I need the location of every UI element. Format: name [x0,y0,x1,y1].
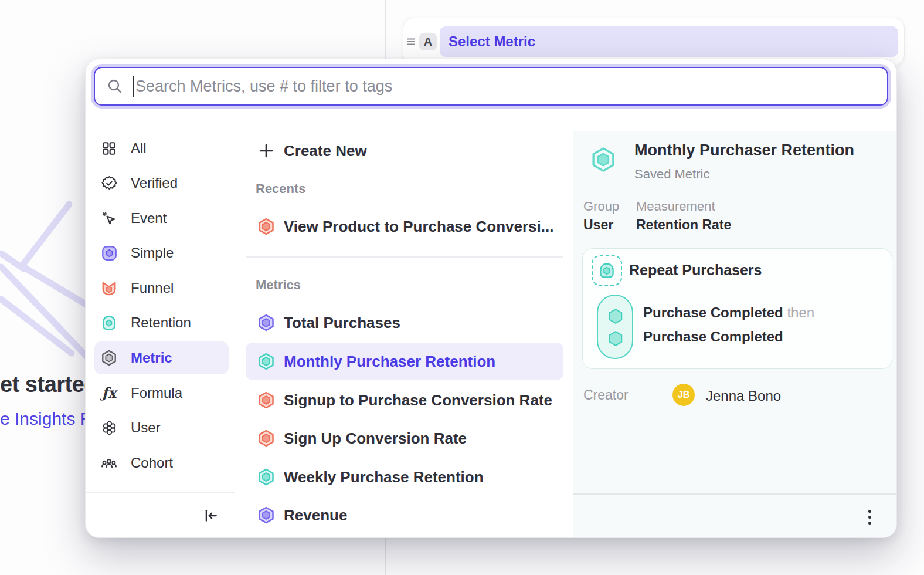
search-icon [107,78,123,94]
metric-row-monthly-purchaser-retention[interactable]: Monthly Purchaser Retention [246,343,563,380]
search-input[interactable]: Search Metrics, use # to filter to tags [94,67,888,106]
sidebar-footer-divider [86,492,235,493]
sidebar-item-retention[interactable]: Retention [94,306,229,339]
sidebar-item-metric[interactable]: Metric [94,341,229,374]
sidebar-item-funnel[interactable]: Funnel [94,272,229,305]
cursor-click-icon [100,209,118,227]
sidebar-item-cohort[interactable]: Cohort [94,447,229,479]
select-metric-label: Select Metric [449,33,535,50]
metrics-heading: Metrics [256,278,301,293]
hexagon-orange-icon [257,218,275,235]
metric-row-weekly-purchase-retention[interactable]: Weekly Purchase Retention [246,458,563,496]
sidebar-item-event[interactable]: Event [94,202,229,235]
sidebar-item-all[interactable]: All [94,132,229,165]
hexagon-orange-icon [257,391,275,409]
hexagon-orange-icon [257,429,275,447]
metric-detail-panel: Monthly Purchaser Retention Saved Metric… [573,131,896,537]
create-new-button[interactable]: Create New [246,132,563,170]
detail-title: Monthly Purchaser Retention [634,141,854,160]
hexagon-purple-icon [257,314,275,332]
creator-label: Creator [583,387,629,403]
step-hexagon-icon [607,330,624,350]
metric-letter-badge[interactable]: A [419,33,437,50]
definition-step-1: Purchase Completed then [643,305,814,321]
recent-item[interactable]: View Product to Purchase Conversi... [246,208,563,245]
detail-subtitle: Saved Metric [634,167,709,182]
collapse-sidebar-button[interactable] [202,506,220,525]
step-hexagon-icon [607,307,624,327]
simple-metric-icon [100,244,118,262]
definition-step-2: Purchase Completed [643,329,783,345]
measurement-label: Measurement [636,199,715,214]
cohort-icon [100,454,118,472]
metric-picker-modal: Search Metrics, use # to filter to tags … [85,59,897,538]
metric-row-total-purchases[interactable]: Total Purchases [246,304,563,341]
measurement-value: Retention Rate [636,217,731,233]
funnel-steps-capsule [597,295,633,359]
metric-row-signup-to-purchase-conversion-rate[interactable]: Signup to Purchase Conversion Rate [246,381,563,419]
hexagon-purple-icon [257,506,275,524]
creator-avatar: JB [672,384,695,406]
more-options-button[interactable] [860,508,879,526]
metric-definition-card: Repeat Purchasers Purchase Completed the… [582,248,892,369]
collapse-left-icon [203,508,219,523]
hexagon-teal-icon [257,468,275,486]
select-metric-button[interactable]: Select Metric [440,26,898,57]
metric-list-column: Create New Recents View Product to Purch… [235,131,573,537]
hexagon-teal-icon [590,147,616,175]
grid-icon [100,140,118,157]
group-value: User [583,217,613,233]
list-divider [246,256,563,258]
group-label: Group [583,199,619,214]
detail-footer-divider [573,493,896,495]
saved-metric-icon [100,349,118,367]
creator-name: Jenna Bono [706,388,781,404]
sidebar-item-simple[interactable]: Simple [94,236,229,269]
search-placeholder: Search Metrics, use # to filter to tags [135,77,392,96]
recents-heading: Recents [256,181,306,197]
kebab-icon [868,510,871,513]
metric-row-sign-up-conversion-rate[interactable]: Sign Up Conversion Rate [246,420,563,457]
plus-icon [257,142,275,160]
verified-badge-icon [100,174,118,192]
funnel-metric-icon [100,279,118,297]
sidebar-item-formula[interactable]: ƒx Formula [94,377,229,410]
definition-name: Repeat Purchasers [629,262,762,279]
retention-definition-icon [592,255,622,286]
sidebar-item-user[interactable]: User [94,411,229,444]
step-connector: then [787,305,814,320]
sidebar-item-verified[interactable]: Verified [94,167,229,199]
filter-sidebar: All Verified Event Simple [86,131,235,537]
user-profile-icon [100,419,118,437]
text-cursor [133,76,134,97]
formula-icon: ƒx [100,384,118,402]
drag-handle-icon[interactable] [405,36,417,48]
retention-metric-icon [100,314,118,332]
hexagon-teal-icon [257,353,275,370]
background-chart-illustration [0,199,94,370]
metric-row-revenue[interactable]: Revenue [246,496,563,534]
